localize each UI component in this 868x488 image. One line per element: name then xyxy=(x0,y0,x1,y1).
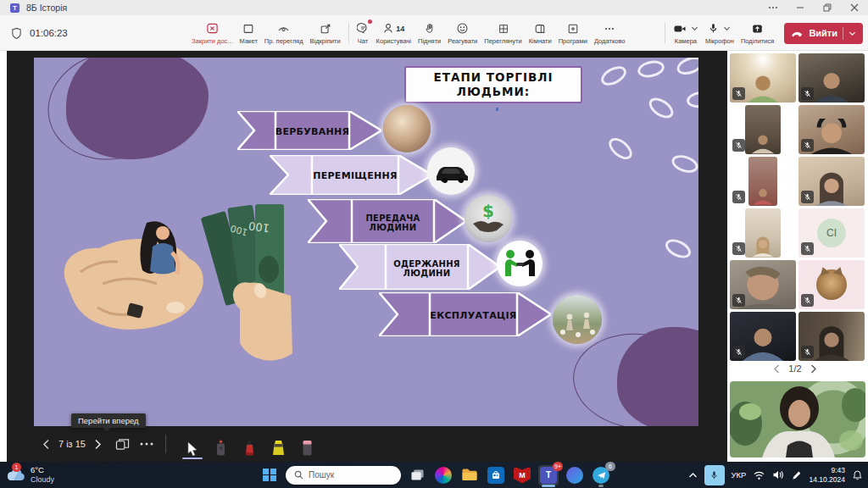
popout-icon xyxy=(320,21,331,36)
window-minimize-icon[interactable] xyxy=(787,0,814,15)
recruitment-photo xyxy=(383,105,431,152)
start-button[interactable] xyxy=(259,465,280,485)
participant-tile-cat[interactable] xyxy=(798,260,865,309)
teams-taskbar-button[interactable]: 9+ T xyxy=(538,465,559,485)
participant-tile[interactable] xyxy=(798,157,865,206)
chevron-down-icon[interactable] xyxy=(723,25,731,31)
people-icon: 14 xyxy=(382,21,404,36)
toolbar-separator xyxy=(665,23,665,43)
red-pen-tool[interactable] xyxy=(239,431,261,457)
participant-tile-initials[interactable]: CI xyxy=(798,208,865,258)
weather-widget[interactable]: 1 6°C Cloudy xyxy=(5,466,54,484)
next-slide-button[interactable] xyxy=(94,439,102,450)
slide-title: ЕТАПИ ТОРГІВЛІ ЛЮДЬМИ: xyxy=(404,66,582,103)
participant-tile[interactable] xyxy=(730,260,796,309)
tray-date: 14.10.2024 xyxy=(809,475,845,485)
task-view-button[interactable] xyxy=(407,465,427,485)
tray-mic-button[interactable] xyxy=(704,465,725,485)
bell-icon[interactable] xyxy=(852,469,863,481)
camera-button[interactable]: Камера xyxy=(670,16,702,50)
taskbar-clock[interactable]: 9:43 14.10.2024 xyxy=(809,466,845,484)
tray-chevron-up-icon[interactable] xyxy=(688,472,698,479)
participant-tile[interactable] xyxy=(730,312,796,361)
window-restore-icon[interactable] xyxy=(814,0,841,15)
leave-button[interactable]: Вийти xyxy=(784,23,863,44)
window-more-icon[interactable] xyxy=(760,0,787,15)
pointer-tool[interactable] xyxy=(181,431,203,457)
taskbar-search[interactable]: Пошук xyxy=(286,466,401,485)
mic-off-icon xyxy=(801,294,814,307)
language-indicator[interactable]: УКР xyxy=(732,470,747,480)
apps-button[interactable]: Програми xyxy=(555,16,591,50)
file-explorer-button[interactable] xyxy=(459,465,480,485)
more-button[interactable]: Додатково xyxy=(591,16,629,50)
copilot-button[interactable] xyxy=(433,465,453,485)
taskbar: 1 6°C Cloudy Пошук xyxy=(0,462,868,488)
rooms-button[interactable]: Кімнати xyxy=(526,16,555,50)
participant-tile[interactable] xyxy=(798,105,865,154)
chevron-down-icon[interactable] xyxy=(849,30,856,36)
prev-slide-button[interactable] xyxy=(42,439,50,450)
participants-sidebar: CI xyxy=(727,51,868,462)
chat-notification-dot xyxy=(368,19,372,24)
window-close-icon[interactable] xyxy=(841,0,868,15)
folder-icon xyxy=(461,468,478,482)
mcafee-button[interactable]: M xyxy=(512,465,532,485)
speaker-icon[interactable] xyxy=(772,469,784,480)
laser-pointer-tool[interactable] xyxy=(210,431,232,457)
mic-off-icon xyxy=(732,139,745,152)
pen-icon[interactable] xyxy=(791,469,802,480)
slide-grid-button[interactable] xyxy=(115,438,130,451)
meeting-timer: 01:06:23 xyxy=(10,15,68,51)
people-button[interactable]: 14 Користувачі xyxy=(373,16,415,50)
stage-more-button[interactable] xyxy=(140,442,153,446)
hangup-icon xyxy=(791,30,804,37)
unpin-button[interactable]: Відкріпити xyxy=(307,16,344,50)
view-button[interactable]: Переглянути xyxy=(481,16,525,50)
telegram-button[interactable]: 6 xyxy=(591,465,611,485)
react-button[interactable]: Реагувати xyxy=(444,16,481,50)
layout-button[interactable]: Макет xyxy=(236,16,261,50)
close-share-button[interactable]: Закрити дос... xyxy=(188,16,236,50)
mic-off-icon xyxy=(801,242,814,255)
chat-button[interactable]: Чат xyxy=(353,16,373,50)
text-cursor-dot xyxy=(496,108,498,111)
store-button[interactable] xyxy=(486,465,506,485)
chevron-down-icon[interactable] xyxy=(691,25,698,31)
meeting-toolbar: 01:06:23 Закрити дос... Макет Пр. перегл… xyxy=(0,15,868,51)
participant-tile[interactable] xyxy=(798,312,865,361)
slide: ЕТАПИ ТОРГІВЛІ ЛЮДЬМИ: ВЕРБУВАННЯ ПЕРЕМІ… xyxy=(34,58,698,426)
participant-tile[interactable] xyxy=(730,208,796,258)
participants-pagination: 1/2 xyxy=(727,363,863,374)
raise-hand-button[interactable]: Підняти xyxy=(415,16,444,50)
participant-tile[interactable] xyxy=(730,105,796,154)
stage-label: ВЕРБУВАННЯ xyxy=(275,111,349,153)
weather-temp: 6°C xyxy=(31,466,54,475)
page-prev-icon[interactable] xyxy=(773,364,780,374)
loop-button[interactable] xyxy=(565,465,585,485)
participants-grid: CI xyxy=(730,53,865,361)
preview-button[interactable]: Пр. перегляд xyxy=(261,16,307,50)
share-button[interactable]: Поділитися xyxy=(737,16,777,50)
tooltip: Перейти вперед xyxy=(71,413,146,428)
mcafee-icon: M xyxy=(514,467,531,484)
page-next-icon[interactable] xyxy=(810,364,817,374)
wifi-icon[interactable] xyxy=(753,470,765,480)
participant-tile[interactable] xyxy=(798,53,865,103)
participant-tile[interactable] xyxy=(730,53,796,103)
tray-time: 9:43 xyxy=(831,466,845,475)
teacher-video-tile[interactable] xyxy=(730,381,865,458)
participant-tile[interactable] xyxy=(730,157,796,206)
eraser-tool[interactable] xyxy=(297,431,319,457)
rooms-icon xyxy=(534,21,546,36)
mic-off-icon xyxy=(801,139,814,152)
chat-icon xyxy=(357,21,370,36)
exploitation-photo xyxy=(553,295,602,344)
mic-button[interactable]: Мікрофон xyxy=(702,16,737,50)
close-share-icon xyxy=(206,21,219,36)
highlighter-tool[interactable] xyxy=(268,431,290,457)
grid-icon xyxy=(498,21,509,36)
stage-arrow-1: ВЕРБУВАННЯ xyxy=(237,111,381,153)
leave-label: Вийти xyxy=(809,28,837,38)
share-screen-icon xyxy=(751,21,764,36)
